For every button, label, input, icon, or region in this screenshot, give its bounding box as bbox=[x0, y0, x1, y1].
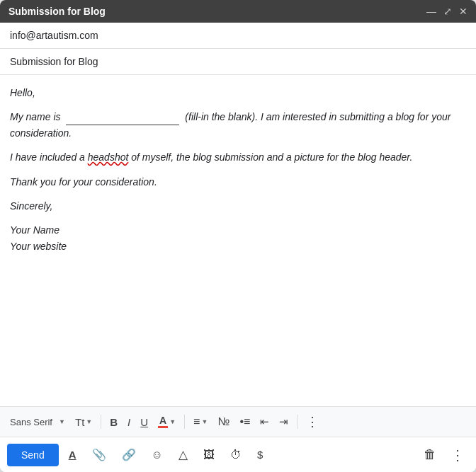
emoji-button[interactable]: ☺ bbox=[146, 444, 169, 466]
greeting-text: Hello, bbox=[10, 87, 35, 98]
indent-increase-icon: ⇥ bbox=[279, 415, 288, 428]
delete-icon: 🗑 bbox=[424, 447, 436, 462]
italic-button[interactable]: I bbox=[123, 413, 135, 431]
ordered-list-button[interactable]: № bbox=[213, 413, 234, 431]
email-body[interactable]: Hello, My name is (fill-in the blank). I… bbox=[0, 75, 476, 406]
attach-icon: 📎 bbox=[92, 448, 106, 461]
subject-text: Submission for Blog bbox=[10, 56, 98, 67]
confidential-icon: ⏱ bbox=[230, 449, 242, 461]
separator-1 bbox=[101, 415, 101, 429]
font-size-button[interactable]: Tt ▼ bbox=[71, 413, 96, 431]
bold-icon: B bbox=[110, 416, 118, 428]
toolbar-more-icon: ⋮ bbox=[306, 414, 319, 430]
font-color-letter: A bbox=[159, 415, 166, 425]
drive-button[interactable]: △ bbox=[173, 443, 193, 466]
link-button[interactable]: 🔗 bbox=[116, 444, 142, 466]
font-family-caret: ▼ bbox=[59, 418, 65, 425]
drive-icon: △ bbox=[178, 447, 188, 462]
underline-icon: U bbox=[140, 416, 148, 428]
minimize-button[interactable]: — bbox=[426, 6, 436, 17]
fields-area: info@artautism.com Submission for Blog bbox=[0, 23, 476, 75]
underline-button[interactable]: U bbox=[136, 413, 152, 431]
font-color-bar bbox=[158, 426, 168, 428]
to-address: info@artautism.com bbox=[10, 30, 98, 41]
closing-text: Sincerely, bbox=[10, 200, 52, 212]
intro-paragraph: My name is (fill-in the blank). I am int… bbox=[10, 109, 466, 141]
align-icon: ≡ bbox=[193, 415, 200, 428]
ordered-list-icon: № bbox=[217, 415, 230, 428]
to-field[interactable]: info@artautism.com bbox=[0, 23, 476, 49]
font-color-button[interactable]: A ▼ bbox=[154, 413, 180, 431]
attach-button[interactable]: 📎 bbox=[86, 444, 112, 466]
separator-2 bbox=[184, 415, 185, 429]
headshot-paragraph: I have included a headshot of myself, th… bbox=[10, 149, 466, 165]
window-controls: — ⤢ ✕ bbox=[426, 6, 468, 17]
sender-website: Your website bbox=[10, 241, 67, 252]
italic-icon: I bbox=[128, 416, 130, 428]
font-family-label: Sans Serif bbox=[10, 417, 52, 427]
title-bar: Submission for Blog — ⤢ ✕ bbox=[0, 0, 476, 23]
greeting-paragraph: Hello, bbox=[10, 85, 466, 100]
indent-increase-button[interactable]: ⇥ bbox=[275, 413, 293, 431]
image-icon: 🖼 bbox=[203, 449, 215, 461]
formatting-toggle-button[interactable]: A bbox=[63, 444, 82, 465]
formatting-toolbar: Sans Serif ▼ Tt ▼ B I U A ▼ bbox=[0, 406, 476, 437]
confidential-button[interactable]: ⏱ bbox=[225, 444, 247, 466]
sender-name: Your Name bbox=[10, 224, 60, 236]
image-button[interactable]: 🖼 bbox=[198, 444, 220, 466]
bold-button[interactable]: B bbox=[106, 413, 122, 431]
separator-3 bbox=[297, 415, 298, 429]
maximize-button[interactable]: ⤢ bbox=[443, 6, 452, 17]
font-size-icon: Tt bbox=[75, 416, 84, 428]
closing-paragraph: Sincerely, bbox=[10, 198, 466, 214]
font-color-icon: A bbox=[158, 415, 168, 428]
unordered-list-icon: •≡ bbox=[239, 415, 250, 428]
subject-field[interactable]: Submission for Blog bbox=[0, 49, 476, 74]
indent-decrease-icon: ⇤ bbox=[260, 415, 269, 428]
align-caret: ▼ bbox=[201, 418, 208, 425]
indent-decrease-button[interactable]: ⇤ bbox=[256, 413, 273, 431]
font-color-caret: ▼ bbox=[169, 418, 176, 425]
emoji-icon: ☺ bbox=[152, 449, 163, 461]
send-button[interactable]: Send bbox=[7, 444, 59, 466]
align-button[interactable]: ≡ ▼ bbox=[189, 413, 212, 431]
close-button[interactable]: ✕ bbox=[459, 6, 468, 17]
unordered-list-button[interactable]: •≡ bbox=[235, 413, 254, 431]
font-family-button[interactable]: Sans Serif ▼ bbox=[6, 414, 69, 430]
intro-part1: My name is bbox=[10, 111, 61, 122]
email-compose-window: Submission for Blog — ⤢ ✕ info@artautism… bbox=[0, 0, 476, 472]
window-title: Submission for Blog bbox=[8, 6, 106, 17]
formatting-toggle-icon: A bbox=[69, 449, 76, 461]
signature-icon: $ bbox=[257, 449, 263, 461]
more-options-icon: ⋮ bbox=[450, 447, 465, 463]
signature-button[interactable]: $ bbox=[251, 444, 268, 465]
name-blank[interactable] bbox=[66, 125, 179, 125]
action-bar: Send A 📎 🔗 ☺ △ 🖼 ⏱ $ bbox=[0, 437, 476, 472]
thankyou-text: Thank you for your consideration. bbox=[10, 176, 157, 188]
thankyou-paragraph: Thank you for your consideration. bbox=[10, 174, 466, 190]
headshot-word: headshot bbox=[88, 151, 129, 163]
toolbar-more-button[interactable]: ⋮ bbox=[302, 411, 323, 432]
signature-paragraph: Your Name Your website bbox=[10, 222, 466, 254]
font-size-caret: ▼ bbox=[86, 418, 92, 425]
more-options-button[interactable]: ⋮ bbox=[446, 445, 469, 465]
link-icon: 🔗 bbox=[122, 448, 136, 461]
delete-button[interactable]: 🗑 bbox=[418, 443, 442, 466]
